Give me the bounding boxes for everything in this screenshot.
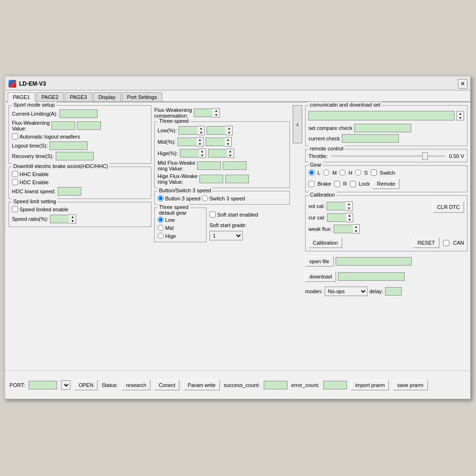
gear-l-radio[interactable]: [308, 169, 315, 176]
flux-comp-up[interactable]: ▲: [213, 109, 219, 113]
import-button[interactable]: import prarm: [351, 380, 389, 390]
hdc-checkbox[interactable]: [12, 179, 18, 185]
hige-flux-input1[interactable]: 0: [199, 175, 223, 183]
mid-flux-input2[interactable]: 0: [223, 161, 247, 170]
tab-port-settings[interactable]: Port Settings: [122, 92, 162, 101]
collapse-arrow[interactable]: ‹: [293, 105, 302, 143]
set-compare-input[interactable]: [354, 124, 411, 132]
soft-start-checkbox[interactable]: [209, 211, 216, 218]
default-hige-row: Hige: [158, 233, 203, 239]
comm-main-input[interactable]: [308, 111, 455, 120]
flux-comp-input[interactable]: 0: [194, 109, 213, 117]
low-down2[interactable]: ▼: [226, 130, 232, 135]
gear-s-radio[interactable]: [355, 169, 361, 176]
remote-button[interactable]: Remote: [373, 178, 400, 189]
hige-flux-input2[interactable]: 0: [225, 175, 249, 183]
soft-start-label: Soft start enabled: [217, 212, 258, 218]
default-low-radio[interactable]: [158, 217, 164, 223]
button3-radio[interactable]: [158, 195, 164, 201]
error-count-input[interactable]: 0: [323, 381, 347, 389]
tab-page2[interactable]: PAGE2: [36, 92, 64, 101]
mid-up2[interactable]: ▲: [225, 138, 231, 142]
mid-up1[interactable]: ▲: [197, 138, 203, 142]
comm-up[interactable]: ▲: [457, 111, 464, 116]
current-check-input[interactable]: [342, 134, 399, 143]
cur-cal-input[interactable]: 0: [327, 213, 346, 222]
download-button[interactable]: download: [305, 271, 336, 282]
brake-checkbox[interactable]: [308, 181, 315, 187]
param-write-button[interactable]: Param write: [183, 380, 220, 390]
mid-flux-input1[interactable]: 0: [197, 161, 221, 170]
calibration-button[interactable]: Calibration: [308, 238, 342, 248]
speed-ratio-down[interactable]: ▼: [69, 219, 76, 223]
switch3-radio[interactable]: [202, 195, 208, 201]
mid-down1[interactable]: ▼: [197, 142, 203, 146]
tab-page1[interactable]: PAGE1: [8, 92, 35, 102]
mid-down2[interactable]: ▼: [225, 142, 231, 146]
hige-up1[interactable]: ▲: [199, 149, 206, 153]
open-port-button[interactable]: OPEN: [74, 380, 98, 390]
speed-ratio-up[interactable]: ▲: [69, 215, 76, 219]
vol-cal-up[interactable]: ▲: [346, 202, 352, 206]
lock-checkbox[interactable]: [350, 181, 356, 187]
hige-input2[interactable]: 0: [208, 149, 227, 158]
logout-time-input[interactable]: 0: [50, 141, 88, 150]
hhc-checkbox[interactable]: [12, 171, 18, 177]
download-input[interactable]: [338, 272, 405, 281]
tab-display[interactable]: Display: [93, 92, 121, 101]
weak-flux-down[interactable]: ▼: [353, 229, 359, 233]
speed-ratio-input[interactable]: 0: [50, 215, 69, 223]
low-down1[interactable]: ▼: [198, 130, 204, 135]
flux-comp-down[interactable]: ▼: [213, 113, 219, 117]
success-count-input[interactable]: 0: [264, 381, 288, 389]
port-dropdown[interactable]: [61, 380, 70, 390]
vol-cal-input[interactable]: 0: [327, 202, 346, 210]
cal-bottom-row: Calibration RESET CAN: [308, 238, 464, 248]
reset-button[interactable]: RESET: [413, 238, 439, 248]
default-mid-radio[interactable]: [158, 225, 164, 231]
recovery-time-input[interactable]: 0: [56, 152, 94, 160]
weak-flux-input[interactable]: 0: [334, 225, 353, 233]
gear-switch-checkbox[interactable]: [371, 169, 377, 176]
flux-value1-input[interactable]: 0: [51, 121, 75, 130]
hdc-speed-input[interactable]: 0: [58, 187, 81, 196]
vol-cal-down[interactable]: ▼: [346, 206, 352, 210]
gear-h-radio[interactable]: [339, 169, 346, 176]
default-hige-radio[interactable]: [158, 233, 164, 239]
comm-down[interactable]: ▼: [457, 116, 464, 120]
moden-select[interactable]: No-ops: [325, 287, 367, 296]
can-checkbox[interactable]: [443, 240, 449, 246]
mid-input2[interactable]: 0: [206, 138, 225, 146]
soft-grade-select[interactable]: 1: [209, 231, 243, 240]
hige-down1[interactable]: ▼: [199, 153, 206, 158]
throttle-slider-thumb[interactable]: [422, 152, 428, 160]
low-up2[interactable]: ▲: [226, 126, 232, 130]
r-checkbox[interactable]: [334, 181, 340, 187]
auto-logout-checkbox[interactable]: [12, 133, 18, 139]
weak-flux-up[interactable]: ▲: [353, 225, 359, 229]
cur-cal-down[interactable]: ▼: [346, 218, 353, 222]
current-limiting-input[interactable]: 0: [60, 109, 98, 118]
clr-dtc-button[interactable]: CLR DTC: [433, 201, 464, 213]
gear-m-radio[interactable]: [323, 169, 329, 176]
connect-button[interactable]: Conect: [154, 380, 179, 390]
cur-cal-up[interactable]: ▲: [346, 213, 353, 218]
close-button[interactable]: ✕: [458, 79, 467, 89]
research-button[interactable]: research: [122, 380, 151, 390]
mid-input1[interactable]: 0: [178, 138, 197, 146]
hige-input1[interactable]: 0: [180, 149, 199, 158]
hige-down2[interactable]: ▼: [227, 153, 234, 158]
open-file-button[interactable]: open file: [305, 256, 334, 267]
flux-value2-input[interactable]: 0: [77, 121, 101, 130]
low-input1[interactable]: 0: [178, 126, 198, 135]
hige-up2[interactable]: ▲: [227, 149, 234, 153]
speed-limited-checkbox[interactable]: [12, 206, 18, 212]
low-up1[interactable]: ▲: [198, 126, 204, 130]
port-input[interactable]: [29, 381, 57, 389]
downhill-title: Downhill electric brake assist(HDC/HHC): [12, 163, 109, 169]
low-input2[interactable]: 0: [207, 126, 226, 135]
open-file-input[interactable]: [336, 257, 412, 266]
save-button[interactable]: save prarm: [393, 380, 427, 390]
delay-input[interactable]: 12: [385, 287, 402, 296]
tab-page3[interactable]: PAGE3: [65, 92, 92, 101]
